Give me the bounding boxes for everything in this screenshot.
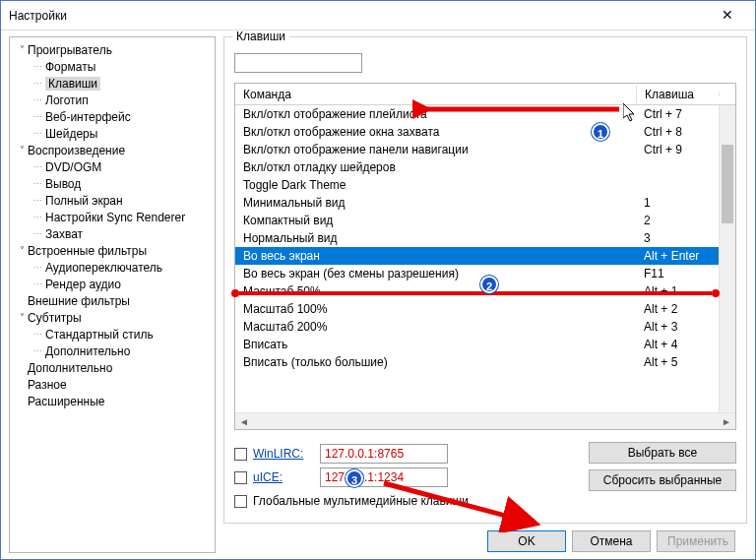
table-row[interactable]: Во весь экран (без смены разрешения)F11 bbox=[235, 265, 719, 282]
winlirc-checkbox[interactable] bbox=[234, 448, 247, 461]
uice-address-input[interactable] bbox=[320, 467, 448, 487]
expand-icon[interactable]: ˅ bbox=[16, 312, 28, 323]
global-media-checkbox[interactable] bbox=[234, 495, 247, 508]
tree-node[interactable]: ⋯Логотип bbox=[12, 92, 213, 108]
options-area: WinLIRC: uICE: Глобальные мультимедийные… bbox=[234, 442, 736, 513]
cell-command: Вкл/откл отображение окна захвата bbox=[235, 125, 636, 139]
leaf-icon: ⋯ bbox=[33, 62, 45, 72]
cell-key: Alt + 2 bbox=[636, 302, 719, 316]
table-row[interactable]: Масштаб 100%Alt + 2 bbox=[235, 300, 719, 318]
tree-label: Встроенные фильтры bbox=[28, 244, 147, 258]
leaf-icon: ⋯ bbox=[33, 79, 45, 89]
tree-label: DVD/OGM bbox=[45, 160, 101, 174]
tree-node[interactable]: ⋯Форматы bbox=[12, 58, 213, 75]
uice-link[interactable]: uICE: bbox=[253, 470, 314, 484]
tree-label: Проигрыватель bbox=[28, 43, 112, 57]
cell-key: Alt + 4 bbox=[636, 338, 719, 351]
tree-node[interactable]: Дополнительно bbox=[12, 359, 213, 376]
reset-selected-button[interactable]: Сбросить выбранные bbox=[589, 469, 736, 491]
tree-node[interactable]: ⋯Вывод bbox=[12, 175, 213, 192]
scroll-thumb[interactable] bbox=[722, 145, 733, 223]
tree-node[interactable]: ⋯Клавиши bbox=[12, 75, 213, 92]
leaf-icon: ⋯ bbox=[33, 129, 45, 139]
table-row[interactable]: Вкл/откл отображение окна захватаCtrl + … bbox=[235, 123, 719, 141]
tree-node[interactable]: ⋯Шейдеры bbox=[12, 125, 213, 142]
tree-node[interactable]: ⋯Полный экран bbox=[12, 192, 213, 209]
leaf-icon: ⋯ bbox=[33, 263, 45, 273]
dialog-footer: OK Отмена Применить bbox=[223, 524, 747, 559]
table-header: Команда Клавиша bbox=[235, 84, 735, 105]
leaf-icon: ⋯ bbox=[33, 179, 45, 189]
tree-node[interactable]: ⋯Рендер аудио bbox=[12, 276, 213, 292]
tree-label: Настройки Sync Renderer bbox=[45, 211, 185, 224]
cell-key: Alt + 5 bbox=[636, 355, 719, 369]
apply-button[interactable]: Применить bbox=[657, 530, 735, 552]
scroll-right-icon[interactable]: ► bbox=[720, 416, 733, 427]
filter-input[interactable] bbox=[234, 53, 362, 73]
tree-label: Воспроизведение bbox=[28, 144, 125, 157]
tree-node[interactable]: ˅Встроенные фильтры bbox=[12, 242, 213, 259]
expand-icon[interactable]: ˅ bbox=[16, 44, 28, 55]
table-row[interactable]: Минимальный вид1 bbox=[235, 194, 719, 212]
col-scroll-spacer bbox=[719, 93, 735, 96]
winlirc-link[interactable]: WinLIRC: bbox=[253, 447, 314, 461]
tree-label: Внешние фильтры bbox=[28, 294, 130, 308]
tree-node[interactable]: ˅Субтитры bbox=[12, 309, 213, 326]
tree-node[interactable]: ⋯DVD/OGM bbox=[12, 158, 213, 175]
scroll-left-icon[interactable]: ◄ bbox=[237, 416, 251, 427]
table-row[interactable]: Масштаб 200%Alt + 3 bbox=[235, 318, 719, 336]
vertical-scrollbar[interactable] bbox=[719, 105, 735, 412]
expand-icon[interactable]: ˅ bbox=[16, 245, 28, 256]
table-row[interactable]: Нормальный вид3 bbox=[235, 229, 719, 247]
leaf-icon: ⋯ bbox=[33, 229, 45, 239]
tree-node[interactable]: Расширенные bbox=[12, 393, 213, 409]
table-row[interactable]: Вкл/откл отображение панели навигацииCtr… bbox=[235, 141, 719, 158]
cancel-button[interactable]: Отмена bbox=[572, 530, 651, 552]
table-row[interactable]: Во весь экранAlt + Enter bbox=[235, 247, 719, 265]
cell-command: Вкл/откл отображение панели навигации bbox=[235, 143, 636, 156]
tree-node[interactable]: ⋯Настройки Sync Renderer bbox=[12, 209, 213, 225]
tree-node[interactable]: ˅Воспроизведение bbox=[12, 142, 213, 158]
expand-icon[interactable]: ˅ bbox=[16, 145, 28, 156]
category-tree[interactable]: ˅Проигрыватель⋯Форматы⋯Клавиши⋯Логотип⋯В… bbox=[9, 36, 216, 553]
tree-node[interactable]: ⋯Стандартный стиль bbox=[12, 326, 213, 342]
select-all-button[interactable]: Выбрать все bbox=[589, 442, 736, 464]
table-row[interactable]: Toggle Dark Theme bbox=[235, 176, 719, 194]
tree-label: Дополнительно bbox=[28, 361, 112, 375]
tree-node[interactable]: ˅Проигрыватель bbox=[12, 41, 213, 58]
main-panel: Клавиши Команда Клавиша Вкл/откл отображ… bbox=[223, 36, 747, 559]
table-row[interactable]: Вкл/откл отладку шейдеров bbox=[235, 158, 719, 176]
col-command[interactable]: Команда bbox=[235, 86, 636, 103]
ok-button[interactable]: OK bbox=[487, 530, 566, 552]
table-row[interactable]: Вписать (только большие)Alt + 5 bbox=[235, 353, 719, 371]
tree-label: Аудиопереключатель bbox=[45, 261, 162, 275]
cell-key: 1 bbox=[636, 196, 719, 210]
tree-node[interactable]: ⋯Веб-интерфейс bbox=[12, 108, 213, 125]
tree-node[interactable]: ⋯Аудиопереключатель bbox=[12, 259, 213, 276]
tree-node[interactable]: Внешние фильтры bbox=[12, 292, 213, 309]
col-key[interactable]: Клавиша bbox=[636, 86, 719, 103]
tree-label: Логотип bbox=[45, 93, 89, 107]
horizontal-scrollbar[interactable]: ◄ ► bbox=[235, 412, 735, 429]
winlirc-row: WinLIRC: bbox=[234, 442, 569, 466]
winlirc-address-input[interactable] bbox=[320, 444, 448, 464]
table-row[interactable]: Компактный вид2 bbox=[235, 212, 719, 229]
global-media-row: Глобальные мультимедийные клавиши bbox=[234, 489, 569, 513]
leaf-icon: ⋯ bbox=[33, 112, 45, 122]
cell-key: 2 bbox=[636, 214, 719, 227]
table-row[interactable]: Вкл/откл отображение плейлистаCtrl + 7 bbox=[235, 105, 719, 123]
table-row[interactable]: Масштаб 50%Alt + 1 bbox=[235, 282, 719, 300]
uice-checkbox[interactable] bbox=[234, 471, 247, 484]
tree-node[interactable]: ⋯Дополнительно bbox=[12, 342, 213, 359]
tree-node[interactable]: Разное bbox=[12, 376, 213, 393]
tree-node[interactable]: ⋯Захват bbox=[12, 225, 213, 242]
group-title: Клавиши bbox=[232, 31, 289, 43]
close-icon[interactable]: ✕ bbox=[708, 2, 747, 30]
table-row[interactable]: ВписатьAlt + 4 bbox=[235, 336, 719, 353]
cell-command: Toggle Dark Theme bbox=[235, 178, 636, 192]
cell-command: Вписать (только большие) bbox=[235, 355, 636, 369]
table-body: Вкл/откл отображение плейлистаCtrl + 7Вк… bbox=[235, 105, 719, 412]
titlebar: Настройки ✕ bbox=[1, 1, 755, 31]
cell-key: F11 bbox=[636, 267, 719, 280]
cell-key: Alt + 1 bbox=[636, 284, 719, 298]
